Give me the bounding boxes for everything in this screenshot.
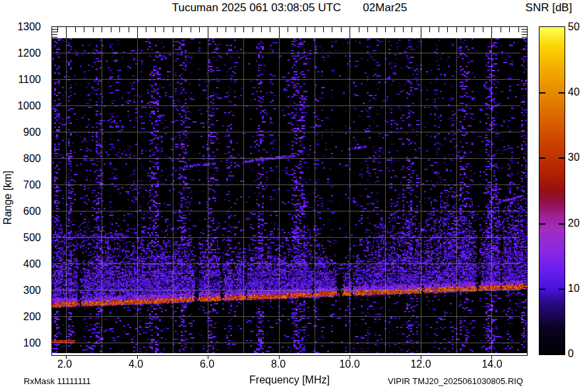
axis-tick bbox=[226, 27, 226, 32]
axis-tick bbox=[456, 27, 457, 32]
axis-tick bbox=[75, 27, 76, 32]
axis-tick bbox=[439, 27, 439, 32]
axis-tick bbox=[367, 27, 368, 32]
axis-tick bbox=[146, 27, 146, 32]
colorbar-tick-label: 50 bbox=[568, 21, 583, 33]
axis-tick bbox=[102, 27, 102, 32]
axis-tick bbox=[385, 27, 386, 32]
axis-tick bbox=[377, 27, 377, 32]
axis-tick bbox=[447, 27, 448, 32]
axis-tick bbox=[403, 27, 404, 32]
axis-tick bbox=[164, 27, 164, 32]
axis-tick bbox=[522, 34, 527, 35]
colorbar-tick bbox=[559, 92, 565, 94]
colorbar-tick-label: 30 bbox=[568, 152, 583, 163]
x-tick-label: 8.0 bbox=[259, 358, 298, 370]
rxmask-text: RxMask 11111111 bbox=[24, 376, 91, 386]
axis-tick bbox=[297, 27, 297, 32]
colorbar-tick bbox=[559, 223, 565, 225]
colorbar-title: SNR [dB] bbox=[514, 1, 583, 14]
colorbar-tick bbox=[539, 223, 545, 225]
axis-tick bbox=[173, 27, 173, 32]
colorbar-tick bbox=[559, 289, 565, 290]
axis-tick bbox=[57, 27, 58, 32]
page-title: Tucuman 2025 061 03:08:05 UTC 02Mar25 bbox=[51, 1, 528, 14]
axis-tick bbox=[522, 32, 527, 32]
x-tick-label: 12.0 bbox=[401, 358, 441, 370]
axis-tick bbox=[501, 27, 501, 32]
axis-tick bbox=[66, 27, 67, 38]
axis-tick bbox=[129, 27, 129, 32]
axis-tick bbox=[421, 27, 421, 38]
axis-tick bbox=[288, 27, 288, 32]
colorbar-tick-label: 10 bbox=[568, 283, 583, 294]
file-id-text: VIPIR TMJ20_2025061030805.RIQ bbox=[388, 376, 523, 386]
axis-tick bbox=[279, 27, 280, 38]
x-tick-label: 14.0 bbox=[472, 358, 512, 370]
axis-tick bbox=[332, 27, 332, 32]
axis-tick bbox=[341, 27, 342, 32]
snr-colorbar bbox=[539, 26, 565, 355]
colorbar-tick bbox=[539, 289, 545, 290]
axis-tick bbox=[191, 27, 191, 32]
y-tick-label: 900 bbox=[0, 126, 41, 138]
axis-tick bbox=[491, 27, 492, 38]
axis-tick bbox=[483, 27, 483, 32]
axis-tick bbox=[111, 27, 111, 32]
axis-tick bbox=[84, 27, 84, 32]
y-axis-label: Range [km] bbox=[2, 158, 14, 237]
y-tick-label: 400 bbox=[0, 258, 41, 270]
axis-tick bbox=[253, 27, 253, 32]
axis-tick bbox=[323, 27, 324, 32]
axis-tick bbox=[412, 27, 412, 32]
axis-tick bbox=[518, 27, 519, 32]
y-tick-label: 1300 bbox=[0, 21, 41, 33]
axis-tick bbox=[522, 37, 527, 38]
axis-tick bbox=[465, 27, 466, 32]
ionogram-screen: Tucuman 2025 061 03:08:05 UTC 02Mar25 SN… bbox=[0, 0, 583, 392]
y-tick-label: 1100 bbox=[0, 74, 41, 86]
axis-tick bbox=[261, 27, 262, 32]
axis-tick bbox=[429, 27, 430, 32]
axis-tick bbox=[155, 27, 156, 32]
colorbar-tick bbox=[559, 157, 565, 159]
y-tick-label: 1200 bbox=[0, 47, 41, 59]
axis-tick bbox=[235, 27, 235, 32]
axis-tick bbox=[270, 27, 270, 32]
axis-tick bbox=[52, 37, 57, 38]
axis-tick bbox=[93, 27, 94, 32]
axis-tick bbox=[217, 27, 218, 32]
axis-tick bbox=[509, 27, 510, 32]
colorbar-tick bbox=[539, 157, 545, 159]
axis-tick bbox=[474, 27, 474, 32]
x-tick-label: 6.0 bbox=[187, 358, 227, 370]
y-tick-label: 1000 bbox=[0, 100, 41, 112]
axis-tick bbox=[359, 27, 359, 32]
colorbar-tick bbox=[539, 92, 545, 94]
axis-tick bbox=[522, 29, 527, 30]
axis-tick bbox=[243, 27, 244, 32]
y-tick-label: 300 bbox=[0, 285, 41, 296]
colorbar-tick-label: 0 bbox=[568, 348, 583, 360]
axis-tick bbox=[315, 27, 315, 32]
axis-tick bbox=[52, 32, 57, 32]
axis-tick bbox=[52, 29, 57, 30]
x-tick-label: 4.0 bbox=[116, 358, 156, 370]
axis-tick bbox=[181, 27, 182, 32]
colorbar-tick-label: 20 bbox=[568, 217, 583, 229]
y-tick-label: 100 bbox=[0, 337, 41, 349]
x-tick-label: 10.0 bbox=[330, 358, 369, 370]
axis-tick bbox=[52, 34, 57, 35]
axis-tick bbox=[137, 27, 138, 38]
axis-tick bbox=[350, 27, 350, 38]
y-tick-label: 200 bbox=[0, 311, 41, 323]
axis-tick bbox=[394, 27, 395, 32]
axis-tick bbox=[305, 27, 306, 32]
axis-tick bbox=[199, 27, 200, 32]
colorbar-tick-label: 40 bbox=[568, 86, 583, 98]
ionogram-heatmap-canvas bbox=[52, 38, 527, 353]
x-tick-label: 2.0 bbox=[45, 358, 84, 370]
axis-tick bbox=[119, 27, 120, 32]
axis-tick bbox=[208, 27, 208, 38]
